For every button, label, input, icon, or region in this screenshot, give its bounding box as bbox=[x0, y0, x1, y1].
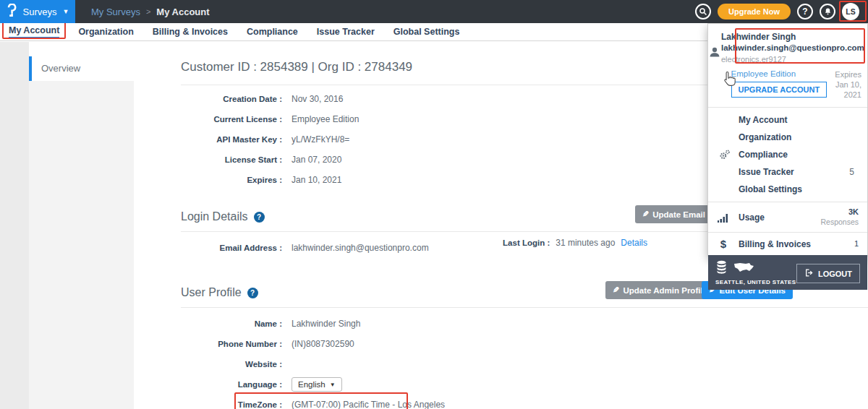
field-label: Current License : bbox=[181, 115, 282, 124]
help-icon[interactable]: ? bbox=[797, 4, 813, 20]
field-value: Lakhwinder Singh bbox=[292, 319, 360, 329]
help-icon[interactable]: ? bbox=[254, 212, 265, 223]
menu-item-compliance[interactable]: Compliance bbox=[708, 146, 867, 163]
sidebar-body bbox=[29, 81, 134, 409]
topbar-actions: Upgrade Now ? LS bbox=[695, 3, 868, 20]
usage-value-group: 3K Responses bbox=[820, 207, 859, 227]
dropdown-user-name: Lakhwinder Singh bbox=[721, 31, 864, 43]
field-label: Name : bbox=[181, 319, 282, 328]
profile-fields: Name : Lakhwinder Singh Phone Number : (… bbox=[181, 314, 868, 409]
help-icon[interactable]: ? bbox=[247, 288, 258, 298]
issue-tracker-count: 5 bbox=[849, 167, 854, 177]
account-dropdown-panel: Lakhwinder Singh lakhwinder.singh@questi… bbox=[707, 23, 868, 257]
menu-item-my-account[interactable]: My Account bbox=[708, 111, 867, 129]
tab-issue-tracker[interactable]: Issue Tracker bbox=[317, 27, 375, 37]
field-value: Jan 07, 2020 bbox=[292, 155, 341, 165]
menu-item-label: Issue Tracker bbox=[739, 167, 794, 177]
dropdown-upgrade-block: Employee Edition UPGRADE ACCOUNT Expires… bbox=[708, 68, 867, 108]
last-login-label: Last Login : bbox=[503, 238, 550, 247]
edition-link[interactable]: Employee Edition bbox=[731, 69, 827, 78]
menu-item-global-settings[interactable]: Global Settings bbox=[708, 181, 867, 198]
field-label: Creation Date : bbox=[181, 95, 282, 103]
chevron-down-icon: ▼ bbox=[63, 8, 69, 15]
field-label: Phone Number : bbox=[181, 340, 282, 348]
avatar[interactable]: LS bbox=[842, 3, 859, 20]
dollar-icon: $ bbox=[708, 238, 739, 250]
field-label: Website : bbox=[181, 360, 282, 369]
person-icon bbox=[708, 46, 721, 65]
billing-row[interactable]: $ Billing & Invoices 1 bbox=[708, 233, 867, 255]
tab-global-settings[interactable]: Global Settings bbox=[393, 27, 460, 37]
details-link[interactable]: Details bbox=[621, 238, 647, 248]
logout-button[interactable]: LOGOUT bbox=[796, 264, 860, 283]
field-name: Name : Lakhwinder Singh bbox=[181, 314, 868, 334]
questionpro-logo-icon bbox=[7, 4, 17, 20]
usage-row[interactable]: Usage 3K Responses bbox=[708, 202, 867, 232]
field-timezone: TimeZone : (GMT-07:00) Pacific Time - Lo… bbox=[181, 395, 868, 409]
field-label: API Master Key : bbox=[181, 135, 282, 144]
menu-item-label: My Account bbox=[739, 115, 788, 125]
notifications-bell-icon[interactable] bbox=[820, 4, 835, 20]
tab-my-account[interactable]: My Account bbox=[9, 25, 59, 38]
field-language: Language : English ▼ bbox=[181, 374, 868, 395]
tab-my-account-label: My Account bbox=[9, 25, 59, 35]
sidebar: Overview bbox=[29, 42, 134, 409]
last-login-value: 31 minutes ago bbox=[556, 238, 615, 248]
update-admin-profile-label: Update Admin Profile bbox=[624, 286, 708, 295]
menu-item-label: Global Settings bbox=[739, 184, 802, 194]
product-label: Surveys bbox=[23, 7, 57, 17]
tab-billing-invoices[interactable]: Billing & Invoices bbox=[153, 27, 228, 37]
field-value: Employee Edition bbox=[292, 114, 359, 124]
field-label: Language : bbox=[181, 380, 282, 389]
email-label: Email Address : bbox=[181, 244, 282, 252]
edit-icon: ✎ bbox=[613, 285, 619, 295]
chevron-down-icon: ▼ bbox=[330, 382, 336, 388]
language-select[interactable]: English ▼ bbox=[292, 377, 342, 392]
server-icon bbox=[715, 260, 728, 277]
email-value: lakhwinder.singh@questionpro.com bbox=[292, 243, 429, 253]
usage-sub: Responses bbox=[820, 218, 859, 227]
field-website: Website : bbox=[181, 354, 868, 374]
bar-chart-icon bbox=[708, 212, 739, 223]
gears-icon bbox=[718, 149, 731, 163]
dropdown-user-email: lakhwinder.singh@questionpro.com bbox=[721, 43, 864, 54]
breadcrumb: My Surveys > My Account bbox=[91, 7, 210, 17]
expires-line1: Expires bbox=[827, 69, 861, 79]
field-label: Expires : bbox=[181, 176, 282, 184]
tab-compliance[interactable]: Compliance bbox=[247, 27, 298, 37]
last-login-group: Last Login : 31 minutes ago Details bbox=[503, 238, 647, 248]
expires-text: Expires Jan 10, 2021 bbox=[827, 69, 861, 100]
field-phone: Phone Number : (IN)8087302590 bbox=[181, 334, 868, 354]
field-value: (IN)8087302590 bbox=[292, 339, 354, 349]
field-value: yL/WzFkYH/8= bbox=[292, 134, 349, 145]
update-admin-profile-button[interactable]: ✎ Update Admin Profile bbox=[605, 281, 715, 299]
login-details-title: Login Details bbox=[181, 210, 248, 223]
field-label: TimeZone : bbox=[181, 400, 282, 409]
field-value: (GMT-07:00) Pacific Time - Los Angeles bbox=[292, 400, 445, 409]
menu-item-label: Organization bbox=[739, 132, 791, 142]
field-label: License Start : bbox=[181, 155, 282, 164]
dropdown-footer: SEATTLE, UNITED STATES LOGOUT bbox=[708, 255, 867, 290]
upgrade-account-button[interactable]: UPGRADE ACCOUNT bbox=[731, 82, 827, 98]
update-email-button[interactable]: ✎ Update Email bbox=[635, 205, 712, 223]
billing-label: Billing & Invoices bbox=[739, 239, 811, 249]
sidebar-item-overview[interactable]: Overview bbox=[29, 56, 134, 81]
upgrade-now-button[interactable]: Upgrade Now bbox=[718, 4, 791, 20]
menu-item-issue-tracker[interactable]: Issue Tracker 5 bbox=[708, 163, 867, 181]
surveys-product-menu[interactable]: Surveys ▼ bbox=[0, 0, 75, 23]
search-icon[interactable] bbox=[695, 4, 711, 20]
breadcrumb-my-surveys[interactable]: My Surveys bbox=[91, 7, 140, 17]
billing-value: 1 bbox=[854, 239, 859, 249]
field-value: Nov 30, 2016 bbox=[292, 94, 343, 104]
tab-organization[interactable]: Organization bbox=[78, 27, 133, 37]
user-profile-title: User Profile bbox=[181, 286, 242, 299]
breadcrumb-separator: > bbox=[146, 7, 150, 16]
update-email-label: Update Email bbox=[652, 210, 705, 219]
language-value: English bbox=[298, 380, 326, 389]
breadcrumb-current: My Account bbox=[156, 7, 209, 17]
dropdown-menu: My Account Organization Compliance Issue… bbox=[708, 108, 867, 202]
menu-item-organization[interactable]: Organization bbox=[708, 129, 867, 146]
usage-value: 3K bbox=[820, 207, 859, 218]
expires-line2: Jan 10, 2021 bbox=[827, 79, 861, 100]
top-bar: Surveys ▼ My Surveys > My Account Upgrad… bbox=[0, 0, 868, 23]
